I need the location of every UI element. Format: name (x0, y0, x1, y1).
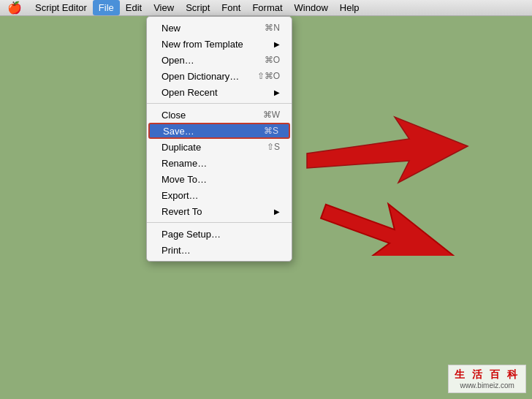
menubar: 🍎 Script Editor File Edit View Script Fo… (0, 0, 532, 16)
submenu-arrow-icon-3: ▶ (274, 208, 280, 216)
apple-menu[interactable]: 🍎 (0, 1, 29, 15)
menu-item-close[interactable]: Close ⌘W (147, 107, 292, 123)
menubar-item-view[interactable]: View (148, 0, 180, 15)
watermark-url: www.bimeiz.com (455, 381, 520, 390)
menu-item-print[interactable]: Print… (147, 242, 292, 258)
menubar-item-file[interactable]: File (93, 0, 120, 15)
watermark-title: 生 活 百 科 (455, 368, 520, 381)
menu-item-new-from-template[interactable]: New from Template ▶ (147, 36, 292, 52)
watermark: 生 活 百 科 www.bimeiz.com (448, 365, 526, 393)
menubar-item-format[interactable]: Format (246, 0, 288, 15)
menubar-item-script-editor[interactable]: Script Editor (29, 0, 93, 15)
menu-item-duplicate[interactable]: Duplicate ⇧S (147, 139, 292, 155)
menu-item-save[interactable]: Save… ⌘S (148, 123, 290, 139)
menu-item-export[interactable]: Export… (147, 187, 292, 203)
menubar-item-edit[interactable]: Edit (120, 0, 148, 15)
file-menu-dropdown: New ⌘N New from Template ▶ Open… ⌘O Open… (146, 16, 292, 262)
menu-item-move-to[interactable]: Move To… (147, 171, 292, 187)
menu-divider-2 (147, 222, 292, 223)
menu-item-open[interactable]: Open… ⌘O (147, 52, 292, 68)
menu-item-open-dictionary[interactable]: Open Dictionary… ⇧⌘O (147, 68, 292, 84)
menubar-item-font[interactable]: Font (216, 0, 246, 15)
menu-item-page-setup[interactable]: Page Setup… (147, 226, 292, 242)
menu-item-new[interactable]: New ⌘N (147, 20, 292, 36)
menubar-item-window[interactable]: Window (289, 0, 334, 15)
submenu-arrow-icon-2: ▶ (274, 88, 280, 96)
menu-item-rename[interactable]: Rename… (147, 155, 292, 171)
menu-item-revert-to[interactable]: Revert To ▶ (147, 203, 292, 219)
menubar-item-script[interactable]: Script (180, 0, 216, 15)
menu-item-open-recent[interactable]: Open Recent ▶ (147, 84, 292, 100)
submenu-arrow-icon: ▶ (274, 40, 280, 48)
menubar-item-help[interactable]: Help (334, 0, 365, 15)
menu-divider-1 (147, 103, 292, 104)
